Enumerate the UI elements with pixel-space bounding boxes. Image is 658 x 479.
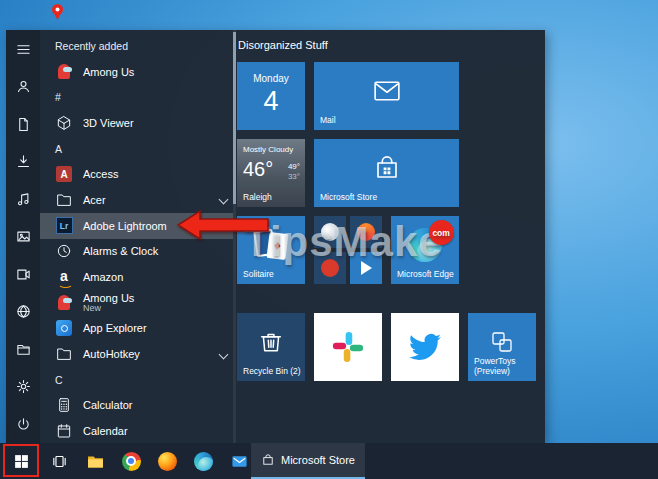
firefox-icon <box>158 452 177 471</box>
picture-icon <box>16 229 31 244</box>
app-label: Calculator <box>83 399 133 411</box>
app-label: Among Us <box>83 292 134 304</box>
weather-high: 49° <box>288 162 300 171</box>
section-label: A <box>55 143 62 155</box>
app-explorer-icon <box>56 320 72 336</box>
rail-button-network[interactable] <box>6 298 40 326</box>
taskbar-chrome[interactable] <box>114 443 148 479</box>
app-list-section-hash[interactable]: # <box>40 84 233 110</box>
tile-twitter[interactable] <box>391 313 459 381</box>
tile-label: Microsoft Edge <box>397 270 456 280</box>
app-list-section-a[interactable]: A <box>40 136 233 162</box>
app-list-folder-autohotkey[interactable]: AutoHotkey <box>40 341 233 367</box>
app-label: AutoHotkey <box>83 348 140 360</box>
annotation-highlight-box <box>3 444 39 477</box>
amazon-icon <box>60 271 68 282</box>
tile-weather[interactable]: Mostly Cloudy 46° 49° 33° Raleigh <box>237 139 305 207</box>
tile-slack[interactable] <box>314 313 382 381</box>
tile-group-title[interactable]: Disorganized Stuff <box>238 39 328 51</box>
app-list-header-recently-added: Recently added <box>40 33 233 59</box>
cube-icon <box>56 115 72 131</box>
app-label: Among Us <box>83 66 134 78</box>
app-label: Access <box>83 168 118 180</box>
store-bag-icon <box>261 453 275 467</box>
taskbar-file-explorer[interactable] <box>78 443 112 479</box>
tile-label: Mail <box>320 116 456 126</box>
app-list-item-alarms-clock[interactable]: Alarms & Clock <box>40 239 233 265</box>
taskbar-window-microsoft-store[interactable]: Microsoft Store <box>251 443 365 479</box>
app-list-item-amazon[interactable]: Amazon <box>40 264 233 290</box>
app-list-item-among-us[interactable]: Among Us <box>40 59 233 85</box>
chrome-icon <box>122 452 141 471</box>
folder-icon <box>56 346 72 362</box>
tile-label: Microsoft Store <box>320 193 456 203</box>
annotation-arrow-icon <box>170 208 274 242</box>
taskbar: Microsoft Store <box>0 443 658 479</box>
rail-button-account[interactable] <box>6 73 40 101</box>
app-label: Amazon <box>83 271 123 283</box>
folder-icon <box>16 342 31 357</box>
app-list-item-among-us-2[interactable]: Among Us New <box>40 290 233 316</box>
rail-button-music[interactable] <box>6 185 40 213</box>
app-list-item-calculator[interactable]: Calculator <box>40 393 233 419</box>
taskbar-firefox[interactable] <box>150 443 184 479</box>
user-icon <box>16 79 31 94</box>
section-label: C <box>55 374 63 386</box>
app-label: Adobe Lightroom <box>83 220 167 232</box>
tile-microsoft-store[interactable]: Microsoft Store <box>314 139 459 207</box>
file-explorer-icon <box>87 453 104 470</box>
among-us-icon <box>58 295 70 310</box>
app-list-item-3d-viewer[interactable]: 3D Viewer <box>40 110 233 136</box>
app-label: App Explorer <box>83 322 147 334</box>
tile-powertoys[interactable]: PowerToys (Preview) <box>468 313 536 381</box>
taskbar-edge[interactable] <box>186 443 220 479</box>
watermark-pin-icon <box>50 3 65 21</box>
task-view-button[interactable] <box>42 443 76 479</box>
access-icon <box>56 166 72 182</box>
task-view-icon <box>51 453 68 470</box>
app-list-item-access[interactable]: Access <box>40 161 233 187</box>
music-note-icon <box>16 192 31 207</box>
weather-city: Raleigh <box>243 192 272 202</box>
folder-icon <box>56 192 72 208</box>
adobe-lightroom-icon <box>56 217 73 234</box>
calculator-icon <box>56 397 72 413</box>
app-list-item-app-explorer[interactable]: App Explorer <box>40 316 233 342</box>
section-label: # <box>55 91 61 103</box>
calendar-day: 4 <box>237 86 305 117</box>
app-list-item-calendar[interactable]: Calendar <box>40 418 233 444</box>
rail-button-settings[interactable] <box>6 373 40 401</box>
rail-button-power[interactable] <box>6 410 40 438</box>
among-us-icon <box>58 64 70 79</box>
rail-button-pictures[interactable] <box>6 223 40 251</box>
weather-condition: Mostly Cloudy <box>243 145 293 154</box>
calendar-icon <box>56 423 72 439</box>
tile-calendar[interactable]: Monday 4 <box>237 62 305 130</box>
scrollbar-thumb[interactable] <box>233 32 236 204</box>
tile-label: PowerToys (Preview) <box>474 357 533 377</box>
window-button-label: Microsoft Store <box>281 454 355 466</box>
rail-button-videos[interactable] <box>6 260 40 288</box>
video-icon <box>16 267 31 282</box>
rail-button-file-explorer[interactable] <box>6 335 40 363</box>
powertoys-icon <box>490 330 514 354</box>
globe-icon <box>16 304 31 319</box>
tile-label: Recycle Bin (2) <box>243 367 302 377</box>
chevron-down-icon <box>219 349 229 359</box>
envelope-icon <box>372 76 402 106</box>
tile-recycle-bin[interactable]: Recycle Bin (2) <box>237 313 305 381</box>
rail-button-menu[interactable] <box>6 35 40 63</box>
rail-button-downloads[interactable] <box>6 148 40 176</box>
download-icon <box>16 154 31 169</box>
app-label: Alarms & Clock <box>83 245 158 257</box>
app-label: 3D Viewer <box>83 117 134 129</box>
app-list-section-c[interactable]: C <box>40 367 233 393</box>
hamburger-menu-icon <box>16 42 31 57</box>
power-icon <box>16 417 31 432</box>
tile-label: Solitaire <box>243 270 302 280</box>
document-icon <box>16 117 31 132</box>
rail-button-documents[interactable] <box>6 110 40 138</box>
tile-mail[interactable]: Mail <box>314 62 459 130</box>
app-sublabel: New <box>83 304 134 314</box>
shopping-bag-icon <box>372 153 402 183</box>
